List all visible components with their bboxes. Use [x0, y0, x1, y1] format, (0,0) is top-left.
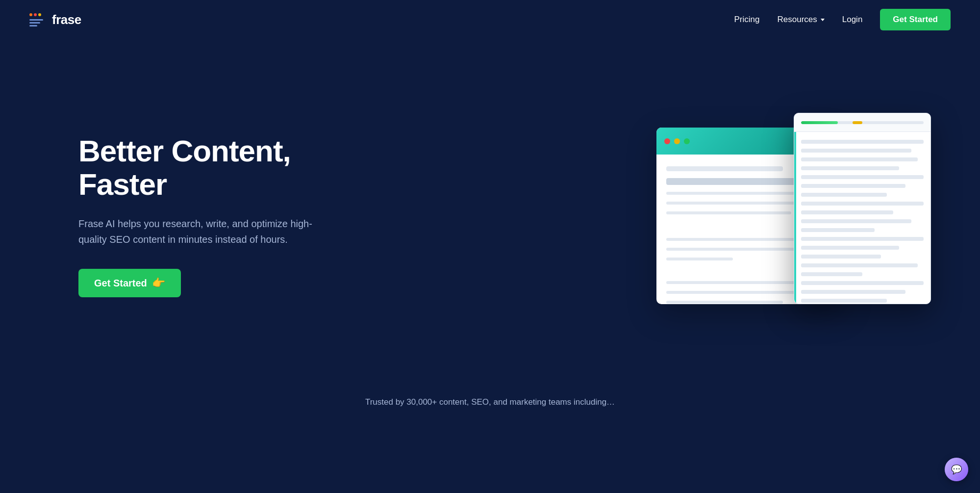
hero-section: Better Content, Faster Frase AI helps yo… — [0, 39, 980, 383]
content-bar-11 — [666, 301, 783, 304]
front-line-14 — [801, 255, 881, 259]
logo-line-3 — [29, 25, 37, 26]
front-line-10 — [801, 219, 911, 223]
front-line-7 — [801, 193, 887, 197]
logo-dot-yellow — [38, 13, 41, 16]
nav-get-started-button[interactable]: Get Started — [880, 9, 951, 30]
nav-login[interactable]: Login — [842, 15, 863, 25]
front-line-8 — [801, 202, 924, 206]
hero-title: Better Content, Faster — [78, 134, 314, 201]
window-front-header — [794, 113, 930, 132]
traffic-light-green — [684, 138, 690, 144]
logo-icon — [29, 11, 47, 28]
front-line-9 — [801, 210, 893, 214]
logo[interactable]: frase — [29, 11, 81, 28]
pointing-hand-icon: 👉 — [152, 277, 165, 289]
front-line-17 — [801, 281, 924, 285]
navbar: frase Pricing Resources Login Get Starte… — [0, 0, 980, 39]
content-bar-8 — [666, 258, 733, 260]
progress-bar — [801, 121, 924, 124]
front-line-11 — [801, 228, 875, 232]
front-line-12 — [801, 237, 924, 241]
front-line-18 — [801, 290, 905, 294]
content-bar-5 — [666, 211, 791, 214]
side-accent — [794, 132, 796, 304]
traffic-light-red — [664, 138, 670, 144]
hero-subtitle: Frase AI helps you research, write, and … — [78, 216, 314, 247]
nav-pricing[interactable]: Pricing — [734, 15, 760, 25]
content-bar-1 — [666, 166, 783, 171]
front-line-15 — [801, 263, 918, 267]
nav-links: Pricing Resources Login Get Started — [734, 9, 951, 30]
support-bubble-inner: 💬 — [945, 458, 968, 481]
support-icon: 💬 — [951, 464, 962, 475]
front-line-1 — [801, 140, 924, 144]
nav-resources[interactable]: Resources — [777, 15, 824, 25]
chevron-down-icon — [821, 19, 825, 21]
front-line-2 — [801, 149, 911, 153]
front-line-13 — [801, 246, 899, 250]
logo-line-1 — [29, 19, 43, 21]
logo-lines — [29, 19, 43, 26]
support-chat-bubble[interactable]: 💬 — [945, 458, 968, 481]
logo-dot-red — [34, 13, 37, 16]
progress-fill-yellow — [853, 121, 862, 124]
front-line-5 — [801, 175, 924, 179]
front-line-3 — [801, 157, 918, 161]
front-line-19 — [801, 299, 887, 303]
logo-text: frase — [52, 12, 81, 27]
trusted-by-text: Trusted by 30,000+ content, SEO, and mar… — [365, 397, 615, 407]
window-front-body — [794, 132, 930, 304]
logo-line-2 — [29, 22, 40, 24]
front-line-6 — [801, 184, 905, 188]
hero-illustration — [656, 113, 931, 319]
hero-content: Better Content, Faster Frase AI helps yo… — [78, 134, 314, 297]
progress-fill-green — [801, 121, 838, 124]
front-line-4 — [801, 166, 899, 170]
traffic-light-yellow — [674, 138, 680, 144]
app-window-front — [794, 113, 931, 304]
hero-get-started-button[interactable]: Get Started 👉 — [78, 269, 181, 297]
trusted-by-section: Trusted by 30,000+ content, SEO, and mar… — [0, 383, 980, 417]
front-line-16 — [801, 272, 862, 276]
logo-dot-orange — [29, 13, 32, 16]
